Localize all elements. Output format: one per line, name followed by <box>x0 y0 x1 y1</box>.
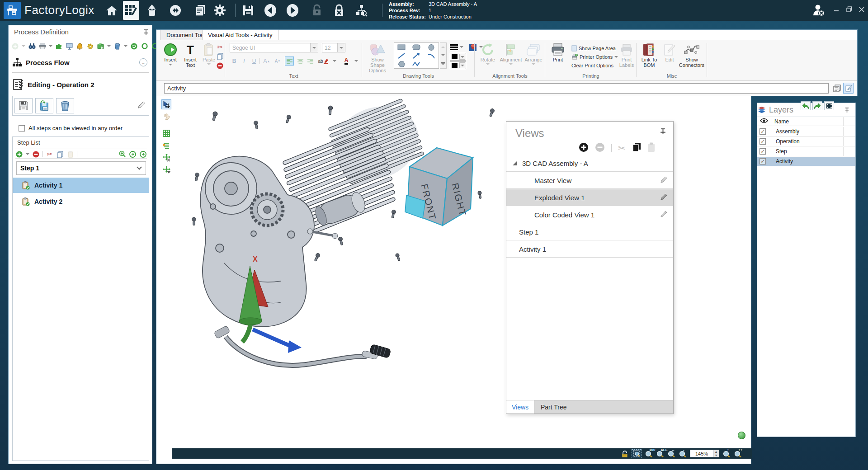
pencil-icon[interactable] <box>660 210 668 219</box>
italic-button[interactable]: I <box>240 56 249 66</box>
insert-button[interactable]: Insert <box>161 42 180 66</box>
quick-action-button[interactable] <box>738 432 745 439</box>
gear-icon[interactable] <box>213 4 226 17</box>
insert-text-button[interactable]: T Insert Text <box>181 42 200 68</box>
paste-icon[interactable] <box>66 150 74 158</box>
views-list-item[interactable]: Activity 1 <box>506 241 673 258</box>
delete-button[interactable] <box>56 98 74 113</box>
cad-model-viewport[interactable]: FRONT RIGHT X <box>181 98 507 378</box>
board-icon[interactable] <box>66 42 73 50</box>
layer-visibility-checkbox[interactable]: ✓ <box>760 138 766 145</box>
activity-title-input[interactable] <box>164 83 829 94</box>
print-labels-button[interactable]: Print Labels <box>618 42 636 68</box>
document-stack-icon[interactable] <box>831 83 842 94</box>
palette-scroll-down[interactable] <box>441 54 445 56</box>
layer-row[interactable]: ✓ Assembly <box>757 127 855 136</box>
save-button[interactable] <box>14 98 33 113</box>
step-selector[interactable]: Step 1 <box>16 161 146 175</box>
view-item[interactable]: Color Coded View 1 <box>506 207 673 223</box>
shape-arrow[interactable] <box>409 52 424 60</box>
alignment-button[interactable]: Alignment <box>499 42 523 65</box>
layer-row[interactable]: ✓ Operation <box>757 137 855 146</box>
status-ring-icon[interactable] <box>141 42 148 50</box>
fill-color-swatch[interactable] <box>450 61 466 69</box>
zoom-in-fast-icon[interactable]: ++ <box>734 450 742 457</box>
view-item[interactable]: Master View <box>506 172 673 189</box>
cog-icon[interactable] <box>86 42 94 50</box>
zoom-in-icon[interactable]: + <box>722 450 731 457</box>
zoom-plus-icon[interactable] <box>118 150 126 158</box>
activity-row[interactable]: Activity 1 <box>13 178 149 193</box>
add-icon[interactable] <box>11 42 19 50</box>
underline-button[interactable]: U <box>250 56 259 66</box>
restore-icon[interactable] <box>846 6 852 14</box>
activity-row[interactable]: Activity 2 <box>13 194 149 209</box>
minimize-icon[interactable] <box>834 6 839 14</box>
tree-search-icon[interactable] <box>354 4 368 17</box>
export-folder-icon[interactable] <box>97 42 104 50</box>
bold-button[interactable]: B <box>230 56 239 66</box>
expander-icon[interactable] <box>513 161 517 165</box>
print-button[interactable]: Print <box>548 42 568 62</box>
puzzle-icon[interactable] <box>55 42 63 50</box>
move-snap-icon[interactable] <box>161 165 171 175</box>
select-tool-icon[interactable] <box>161 99 171 109</box>
grid-tool-icon[interactable] <box>161 128 171 138</box>
nav-circle-icon[interactable] <box>129 150 137 158</box>
zoom-100-icon[interactable]: 100 <box>645 450 653 457</box>
zoom-lock-icon[interactable] <box>621 450 628 457</box>
back-icon[interactable] <box>264 4 277 17</box>
grow-font-button[interactable]: A▲ <box>262 56 271 66</box>
chevron-down-icon[interactable] <box>26 153 29 155</box>
copy-icon[interactable] <box>56 150 64 158</box>
align-center-button[interactable] <box>296 56 305 66</box>
layer-visibility-checkbox[interactable]: ✓ <box>760 128 766 135</box>
line-weight-button[interactable] <box>450 43 467 51</box>
binoculars-icon[interactable] <box>28 42 36 50</box>
view-item-selected[interactable]: Exploded View 1 <box>506 189 673 206</box>
paste-button[interactable]: Paste <box>201 42 217 65</box>
materials-icon[interactable] <box>145 4 159 17</box>
lock-x-icon[interactable] <box>332 4 346 17</box>
delete-icon[interactable] <box>216 62 224 70</box>
save-icon[interactable] <box>241 4 255 17</box>
chevron-down-icon[interactable] <box>49 45 52 47</box>
shape-rounded-rect[interactable] <box>409 43 424 52</box>
shape-rect[interactable] <box>394 43 409 52</box>
cut-view-icon[interactable]: ✂ <box>618 143 626 154</box>
unlock-icon[interactable] <box>310 4 324 17</box>
font-family-select[interactable]: Segoe UI <box>230 43 318 52</box>
remove-step-icon[interactable] <box>32 150 40 158</box>
chevron-down-icon[interactable] <box>22 45 25 47</box>
shape-line[interactable] <box>394 52 409 60</box>
pencil-icon[interactable] <box>660 193 668 202</box>
font-color-dropdown[interactable] <box>352 56 361 66</box>
pin-icon[interactable] <box>844 107 849 115</box>
tab-part-tree[interactable]: Part Tree <box>534 400 567 414</box>
fit-view-icon[interactable] <box>824 101 834 110</box>
shape-arc[interactable] <box>424 52 439 60</box>
copy-icon[interactable] <box>216 52 224 60</box>
zoom-all-icon[interactable]: ALL <box>656 450 664 457</box>
views-list-item[interactable]: Step 1 <box>506 224 673 240</box>
shrink-font-button[interactable]: A▼ <box>273 56 282 66</box>
link-to-bom-button[interactable]: Link To BOM <box>638 42 660 68</box>
zoom-marquee-icon[interactable] <box>632 449 642 458</box>
show-connectors-button[interactable]: Show Connectors <box>678 42 705 68</box>
layer-row[interactable]: ✓ Step <box>757 147 855 156</box>
align-left-button[interactable] <box>285 56 294 66</box>
visual-aid-canvas[interactable]: FRONT RIGHT X <box>156 96 751 464</box>
cut-icon[interactable]: ✂ <box>46 150 53 158</box>
trash-icon[interactable] <box>113 42 121 50</box>
snap-lines-icon[interactable] <box>161 141 171 150</box>
tab-views[interactable]: Views <box>506 400 534 414</box>
save-import-button[interactable] <box>35 98 53 113</box>
add-step-icon[interactable] <box>15 150 23 158</box>
undo-icon[interactable] <box>801 101 811 110</box>
refresh-icon[interactable] <box>130 42 138 50</box>
chevron-down-icon[interactable] <box>124 45 127 47</box>
highlight-color-button[interactable]: ab <box>317 56 329 66</box>
align-right-button[interactable] <box>306 56 315 66</box>
user-logout-icon[interactable] <box>812 4 826 17</box>
layer-visibility-checkbox[interactable]: ✓ <box>760 148 766 155</box>
